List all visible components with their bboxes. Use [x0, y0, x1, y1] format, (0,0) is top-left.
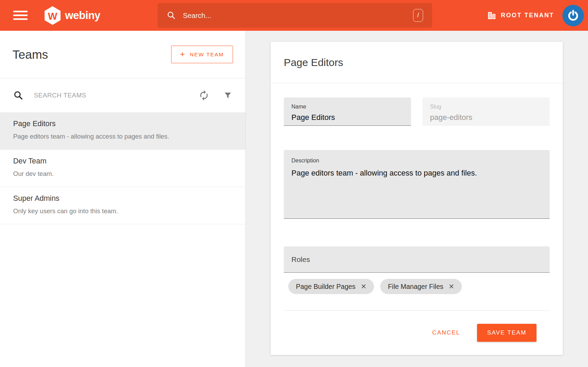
chip-close-icon[interactable]: ✕ — [361, 283, 366, 290]
role-chips: Page Builder Pages ✕ File Manager Files … — [284, 279, 550, 294]
name-input[interactable] — [291, 112, 403, 122]
role-chip: Page Builder Pages ✕ — [288, 279, 374, 294]
description-field[interactable]: Description Page editors team - allowing… — [284, 150, 550, 219]
user-avatar[interactable] — [562, 5, 584, 26]
teams-panel-header: Teams + NEW TEAM — [0, 31, 245, 78]
search-input[interactable] — [183, 11, 413, 20]
slug-field: Slug — [422, 97, 550, 126]
filter-icon[interactable] — [223, 91, 232, 100]
name-field[interactable]: Name — [284, 97, 411, 126]
tenant-selector[interactable]: ROOT TENANT — [487, 11, 554, 20]
teams-search-bar — [0, 78, 245, 112]
save-team-button[interactable]: SAVE TEAM — [477, 324, 536, 342]
role-chip-label: Page Builder Pages — [296, 283, 355, 291]
team-list-item[interactable]: Dev Team Our dev team. — [0, 150, 245, 187]
search-icon — [167, 11, 176, 20]
team-list-item[interactable]: Page Editors Page editors team - allowin… — [0, 112, 245, 150]
team-form-card: Page Editors Name Slug Description Page … — [271, 42, 563, 355]
plus-icon: + — [180, 49, 186, 59]
description-textarea[interactable]: Page editors team - allowing access to p… — [291, 168, 542, 216]
team-name: Super Admins — [13, 194, 232, 204]
cancel-button[interactable]: CANCEL — [431, 326, 461, 340]
logo-hexagon-icon: W — [44, 6, 61, 25]
form-footer: CANCEL SAVE TEAM — [284, 310, 550, 355]
power-icon — [567, 9, 580, 22]
teams-panel: Teams + NEW TEAM — [0, 31, 246, 367]
role-chip-label: File Manager Files — [388, 283, 443, 291]
team-name: Dev Team — [13, 156, 232, 166]
topbar-right: ROOT TENANT — [487, 0, 584, 31]
new-team-button-label: NEW TEAM — [190, 51, 224, 58]
teams-search-input[interactable] — [34, 92, 198, 99]
team-description: Page editors team - allowing access to p… — [13, 132, 232, 141]
logo-wordmark: webiny — [65, 9, 100, 22]
chip-close-icon[interactable]: ✕ — [449, 283, 455, 290]
form-body: Name Slug Description Page editors team … — [271, 97, 563, 355]
new-team-button[interactable]: + NEW TEAM — [171, 46, 233, 63]
slash-shortcut-badge: / — [413, 9, 423, 22]
team-list-item[interactable]: Super Admins Only key users can go into … — [0, 187, 245, 224]
team-list: Page Editors Page editors team - allowin… — [0, 112, 245, 224]
search-icon — [13, 90, 24, 101]
team-name: Page Editors — [13, 119, 232, 129]
slug-label: Slug — [430, 103, 542, 110]
roles-field[interactable]: Roles — [284, 246, 550, 273]
svg-text:W: W — [48, 11, 57, 22]
name-label: Name — [291, 103, 403, 110]
form-title: Page Editors — [284, 57, 343, 68]
global-search[interactable]: / — [158, 3, 432, 28]
form-header: Page Editors — [271, 42, 563, 83]
page-title: Teams — [12, 48, 48, 62]
team-description: Our dev team. — [13, 169, 232, 178]
slug-input — [430, 112, 542, 122]
tenant-label: ROOT TENANT — [501, 12, 554, 19]
team-description: Only key users can go into this team. — [13, 207, 232, 215]
refresh-icon[interactable] — [198, 90, 209, 101]
role-chip: File Manager Files ✕ — [380, 279, 462, 294]
building-icon — [487, 11, 496, 20]
webiny-logo[interactable]: W webiny — [44, 6, 100, 25]
hamburger-menu-icon[interactable] — [13, 11, 28, 20]
roles-label: Roles — [291, 255, 310, 264]
description-label: Description — [291, 157, 542, 164]
topbar: W webiny / — [0, 0, 588, 31]
